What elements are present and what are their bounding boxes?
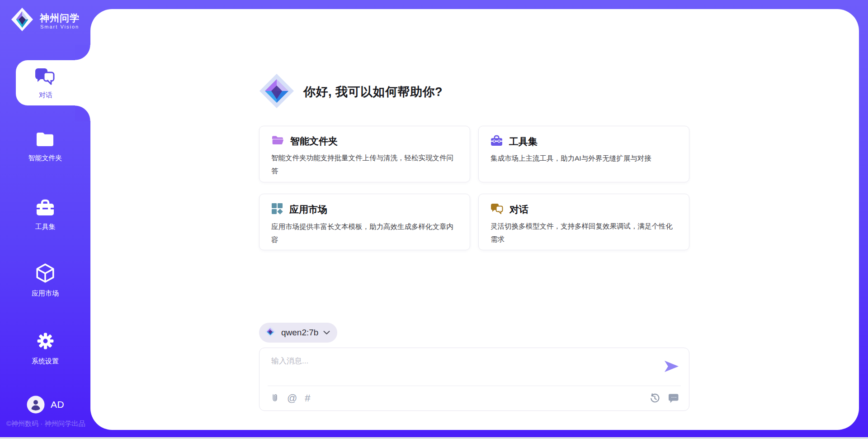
send-button[interactable]: [664, 360, 679, 372]
sidebar-item-app-market[interactable]: 应用市场: [0, 263, 90, 298]
brand-logo-icon: [11, 7, 33, 33]
paperclip-icon: [269, 392, 279, 404]
send-icon: [664, 360, 679, 372]
card-description: 集成市场上主流工具，助力AI与外界无缝扩展与对接: [491, 152, 677, 165]
chat-bubbles-icon: [491, 203, 503, 216]
sidebar-item-label: 对话: [16, 91, 75, 100]
chevron-down-icon: [323, 329, 330, 337]
sidebar-item-toolset[interactable]: 工具集: [0, 198, 90, 231]
model-name: qwen2:7b: [281, 328, 318, 338]
user-account[interactable]: AD: [0, 395, 90, 415]
chat-bubbles-icon: [35, 67, 56, 88]
sidebar-item-label: 系统设置: [0, 357, 90, 366]
card-toolset[interactable]: 工具集 集成市场上主流工具，助力AI与外界无缝扩展与对接: [478, 126, 689, 182]
feature-cards: 智能文件夹 智能文件夹功能支持批量文件上传与清洗，轻松实现文件问答: [259, 126, 689, 250]
comments-button[interactable]: [668, 393, 679, 404]
history-icon: [649, 392, 660, 404]
user-avatar-icon: [27, 396, 45, 415]
card-smart-folder[interactable]: 智能文件夹 智能文件夹功能支持批量文件上传与清洗，轻松实现文件问答: [259, 126, 470, 182]
model-logo-icon: [264, 326, 276, 339]
sidebar-item-label: 工具集: [0, 223, 90, 231]
window-bottom-edge: [0, 437, 868, 439]
card-title: 对话: [509, 203, 528, 216]
hashtag-button[interactable]: #: [305, 393, 310, 404]
sidebar-item-settings[interactable]: 系统设置: [0, 330, 90, 366]
toolbox-icon: [35, 211, 55, 219]
comment-icon: [668, 393, 679, 404]
brand-subtitle: Smart Vision: [40, 24, 79, 29]
message-input[interactable]: [270, 355, 655, 380]
assistant-logo-icon: [259, 73, 294, 110]
card-description: 智能文件夹功能支持批量文件上传与清洗，轻松实现文件问答: [271, 151, 458, 177]
card-description: 灵活切换多模型文件，支持多样回复效果调试，满足个性化需求: [491, 220, 677, 246]
composer-divider: [268, 386, 681, 386]
hashtag-icon: #: [305, 392, 310, 404]
card-title: 应用市场: [289, 203, 327, 216]
copyright-footer: ©神州数码 · 神州问学出品: [6, 420, 97, 428]
sidebar-item-label: 应用市场: [0, 289, 90, 298]
composer-right-tools: [649, 392, 679, 404]
user-label: AD: [51, 399, 64, 410]
history-button[interactable]: [649, 392, 660, 404]
card-app-market[interactable]: 应用市场 应用市场提供丰富长文本模板，助力高效生成多样化文章内容: [259, 194, 470, 250]
greeting-title: 你好, 我可以如何帮助你?: [303, 84, 443, 100]
card-title: 智能文件夹: [290, 135, 338, 148]
app-window: 神州问学 Smart Vision 对话 智能文件夹: [0, 0, 868, 439]
sidebar-item-label: 智能文件夹: [0, 154, 90, 162]
cube-icon: [35, 277, 56, 285]
mention-icon: @: [287, 392, 297, 404]
sidebar: 神州问学 Smart Vision 对话 智能文件夹: [0, 0, 98, 439]
model-selector[interactable]: qwen2:7b: [259, 323, 337, 343]
mention-button[interactable]: @: [287, 393, 297, 404]
app-grid-icon: [271, 203, 283, 216]
toolbox-icon: [491, 135, 503, 148]
open-folder-icon: [271, 135, 284, 148]
composer-left-tools: @ #: [269, 392, 311, 404]
gear-icon: [35, 345, 56, 353]
card-title: 工具集: [509, 135, 538, 148]
card-description: 应用市场提供丰富长文本模板，助力高效生成多样化文章内容: [271, 220, 458, 246]
card-chat[interactable]: 对话 灵活切换多模型文件，支持多样回复效果调试，满足个性化需求: [478, 194, 689, 250]
folder-icon: [35, 142, 55, 150]
sidebar-item-smart-folder[interactable]: 智能文件夹: [0, 130, 90, 162]
brand-name: 神州问学: [40, 12, 80, 24]
attach-file-button[interactable]: [269, 392, 279, 404]
message-composer: @ #: [259, 348, 689, 411]
sidebar-item-chat[interactable]: 对话: [16, 60, 98, 105]
greeting-row: 你好, 我可以如何帮助你?: [259, 73, 443, 110]
